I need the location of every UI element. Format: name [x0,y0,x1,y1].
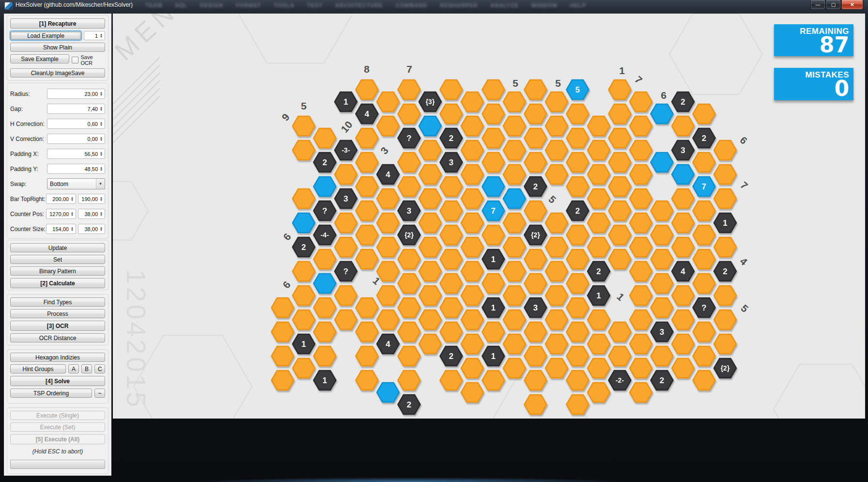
hex-cell-orange[interactable] [335,213,357,233]
hex-cell-orange[interactable] [461,92,483,111]
hex-cell-orange[interactable] [356,80,378,99]
hex-cell-orange[interactable] [714,189,736,208]
hex-cell-orange[interactable] [482,80,505,99]
hex-cell-orange[interactable] [693,225,715,245]
hex-cell-orange[interactable] [609,225,631,245]
hex-cell-orange[interactable] [314,298,336,317]
hex-cell-blue[interactable] [651,153,673,172]
hex-cell-orange[interactable] [377,116,399,136]
recapture-button[interactable]: [1] Recapture [10,18,105,29]
hex-cell-orange[interactable] [567,104,589,124]
hex-cell-orange[interactable] [672,310,694,329]
hex-cell-orange[interactable] [651,249,673,269]
hex-cell-orange[interactable] [272,371,294,390]
hex-cell-orange[interactable] [693,201,715,220]
hex-cell-orange[interactable] [609,201,631,220]
hex-cell-orange[interactable] [272,346,294,366]
counter-pos-x-input[interactable]: 1270,00▲▼ [46,209,76,219]
hex-cell-orange[interactable] [335,310,357,329]
ocr-button[interactable]: [3] OCR [10,321,105,331]
hex-cell-blue[interactable] [293,213,315,233]
hex-cell-orange[interactable] [419,334,441,354]
hex-cell-orange[interactable] [672,116,694,136]
hex-cell-orange[interactable] [461,116,483,136]
hex-cell-orange[interactable] [398,298,420,317]
hex-cell-orange[interactable] [651,201,673,220]
hex-cell-orange[interactable] [293,189,315,208]
hex-cell-orange[interactable] [440,322,463,342]
hex-cell-orange[interactable] [545,262,568,281]
hex-cell-orange[interactable] [525,395,547,414]
hint-group-c-button[interactable]: C [94,364,105,373]
hex-cell-orange[interactable] [419,140,441,160]
hex-cell-orange[interactable] [293,140,315,160]
hex-cell-orange[interactable] [377,92,399,111]
hex-cell-blue[interactable] [314,177,336,196]
hex-cell-blue[interactable] [419,116,441,136]
hex-cell-orange[interactable] [356,177,378,196]
hex-cell-orange[interactable] [314,249,336,269]
hexagon-indizies-button[interactable]: Hexagon Indizies [10,353,105,362]
bar-topright-x-input[interactable]: 200,00▲▼ [46,194,76,204]
spinner-arrows-icon[interactable]: ▲▼ [99,92,104,96]
hex-cell-orange[interactable] [461,358,483,378]
hex-cell-orange[interactable] [525,201,547,220]
hex-cell-orange[interactable] [356,346,378,366]
load-example-button[interactable]: Load Example [10,31,81,40]
hex-cell-orange[interactable] [609,249,631,269]
hex-cell-orange[interactable] [293,286,315,305]
hex-cell-orange[interactable] [314,128,336,148]
hex-cell-orange[interactable] [545,213,568,233]
find-types-button[interactable]: Find Types [10,297,105,307]
hex-cell-orange[interactable] [588,310,610,329]
counter-size-x-input[interactable]: 154,00▲▼ [46,224,76,234]
hex-cell-orange[interactable] [714,310,736,329]
hex-cell-orange[interactable] [398,322,420,342]
hex-cell-orange[interactable] [588,189,610,208]
hex-cell-orange[interactable] [630,383,652,402]
hex-cell-orange[interactable] [503,310,526,329]
hex-cell-orange[interactable] [293,116,315,136]
chevron-down-icon[interactable]: ▼ [96,179,105,189]
hex-cell-orange[interactable] [567,153,589,172]
hex-cell-orange[interactable] [461,165,483,184]
hex-cell-orange[interactable] [377,286,399,305]
spinner-arrows-icon[interactable]: ▲▼ [99,122,104,126]
v-correction-input[interactable]: 0,00▲▼ [47,134,105,144]
hex-cell-orange[interactable] [588,165,610,184]
tsp-ordering-button[interactable]: TSP Ordering [10,389,92,398]
hex-cell-orange[interactable] [377,237,399,257]
hex-cell-orange[interactable] [588,116,610,136]
hex-cell-orange[interactable] [672,237,694,257]
hex-cell-orange[interactable] [314,346,336,366]
hex-cell-orange[interactable] [567,395,589,414]
hex-cell-orange[interactable] [398,249,420,269]
hex-cell-orange[interactable] [398,346,420,366]
hex-cell-orange[interactable] [630,116,652,136]
hex-cell-orange[interactable] [440,177,463,196]
hex-cell-orange[interactable] [461,383,483,402]
hex-cell-orange[interactable] [567,322,589,342]
hex-cell-orange[interactable] [714,286,736,305]
hex-cell-orange[interactable] [525,322,547,342]
hex-cell-orange[interactable] [609,128,631,148]
hex-cell-orange[interactable] [356,322,378,342]
hex-cell-orange[interactable] [503,237,526,257]
hex-cell-orange[interactable] [567,128,589,148]
hex-cell-orange[interactable] [482,104,505,124]
hex-cell-orange[interactable] [335,165,357,184]
hex-cell-orange[interactable] [693,274,715,293]
padding-y-input[interactable]: 48,50▲▼ [47,164,105,174]
solve-button[interactable]: [4] Solve [10,376,105,386]
ocr-distance-button[interactable]: OCR Distance [10,333,105,342]
hex-cell-orange[interactable] [693,249,715,269]
hex-cell-orange[interactable] [482,274,505,293]
spinner-arrows-icon[interactable]: ▲▼ [99,197,104,202]
minimize-button[interactable]: — [810,0,825,10]
hint-group-b-button[interactable]: B [81,364,92,373]
hex-cell-orange[interactable] [609,153,631,172]
hex-cell-orange[interactable] [461,237,483,257]
hex-cell-orange[interactable] [335,286,357,305]
hex-cell-orange[interactable] [525,371,547,390]
hex-cell-orange[interactable] [567,371,589,390]
